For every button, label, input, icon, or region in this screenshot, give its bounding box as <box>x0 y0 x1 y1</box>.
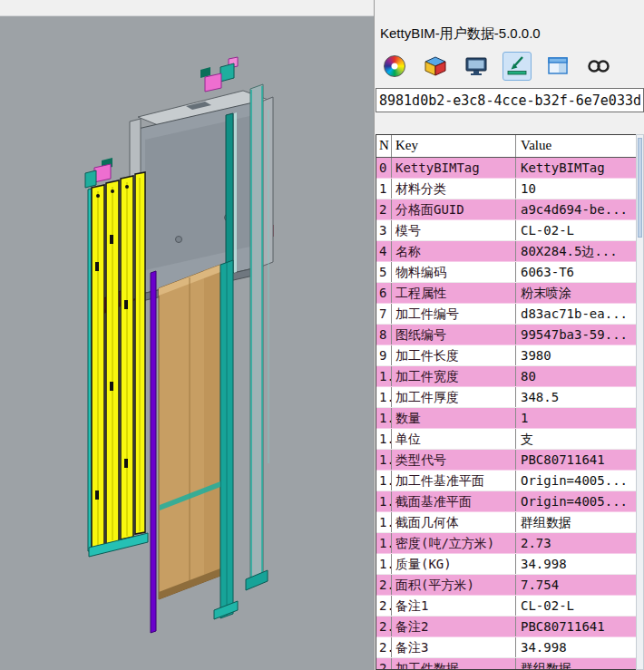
row-index: 9 <box>376 345 392 365</box>
row-value: CL-02-L <box>516 220 636 240</box>
row-index: 1 <box>376 179 392 199</box>
model-cube-button[interactable] <box>421 52 450 81</box>
row-index: 1. <box>376 471 392 490</box>
row-index: 2. <box>376 658 392 670</box>
toolbar <box>380 50 644 83</box>
row-key: 材料分类 <box>392 179 516 199</box>
table-row[interactable]: 1. 加工件基准平面 Origin=4005... <box>376 471 636 491</box>
row-value: 99547ba3-59... <box>516 325 636 345</box>
table-row[interactable]: 2. 备注2 PBC80711641 <box>376 617 636 637</box>
window-button[interactable] <box>543 52 572 81</box>
row-key: 面积(平方米) <box>392 575 516 595</box>
row-value: 群组数据 <box>516 512 636 532</box>
color-wheel-button[interactable] <box>380 52 409 81</box>
color-wheel-icon <box>384 55 405 77</box>
row-index: 1. <box>376 408 392 428</box>
table-row[interactable]: 2. 加工件数据 群组数据 <box>376 658 636 670</box>
table-body: 0 KettyBIMTag KettyBIMTag 1 材料分类 10 2 分格… <box>376 158 636 670</box>
row-key: 工程属性 <box>392 283 516 303</box>
binoculars-button[interactable] <box>584 52 613 81</box>
row-key: 加工件基准平面 <box>392 471 516 490</box>
row-index: 2. <box>376 596 392 616</box>
table-row[interactable]: 2. 备注3 34.998 <box>376 637 636 658</box>
table-row[interactable]: 3 模号 CL-02-L <box>376 220 636 241</box>
table-row[interactable]: 1. 截面基准平面 Origin=4005... <box>376 491 636 512</box>
header-key: Key <box>392 135 516 157</box>
row-key: 分格面GUID <box>392 199 516 219</box>
row-key: 加工件宽度 <box>392 366 516 386</box>
row-value: 3980 <box>516 345 636 365</box>
table-scrollbar[interactable] <box>636 134 644 670</box>
row-index: 0 <box>376 158 392 178</box>
row-key: 截面几何体 <box>392 512 516 532</box>
row-value: 6063-T6 <box>516 262 636 282</box>
table-row[interactable]: 1. 质量(KG) 34.998 <box>376 554 636 575</box>
row-value: 10 <box>516 179 636 199</box>
row-value: 支 <box>516 429 636 449</box>
table-row[interactable]: 1 材料分类 10 <box>376 179 636 199</box>
row-key: 名称 <box>392 241 516 261</box>
row-value: 34.998 <box>516 637 636 657</box>
right-top-connectors <box>200 57 238 92</box>
binoculars-icon <box>587 54 610 78</box>
table-row[interactable]: 1. 单位 支 <box>376 429 636 450</box>
guid-input[interactable] <box>376 88 644 112</box>
scrollbar-thumb[interactable] <box>638 138 642 238</box>
row-index: 4 <box>376 241 392 261</box>
row-value: a9c4d694-be... <box>516 199 636 219</box>
row-index: 2. <box>376 637 392 657</box>
table-row[interactable]: 6 工程属性 粉末喷涂 <box>376 283 636 304</box>
yellow-mullions <box>88 172 148 557</box>
row-index: 8 <box>376 325 392 345</box>
row-key: 数量 <box>392 408 516 428</box>
row-value: 80X284.5边... <box>516 241 636 261</box>
teal-mullion-front <box>226 112 237 275</box>
row-key: 加工件长度 <box>392 345 516 365</box>
row-value: 1 <box>516 408 636 428</box>
row-index: 5 <box>376 262 392 282</box>
table-header: N Key Value <box>376 135 636 158</box>
table-row[interactable]: 1. 加工件宽度 80 <box>376 366 636 387</box>
row-index: 1. <box>376 450 392 470</box>
header-value: Value <box>516 135 636 157</box>
table-row[interactable]: 0 KettyBIMTag KettyBIMTag <box>376 158 636 179</box>
row-index: 1. <box>376 554 392 574</box>
row-key: 备注3 <box>392 637 516 657</box>
curtain-wall-model <box>0 16 374 670</box>
row-key: 质量(KG) <box>392 554 516 574</box>
monitor-button[interactable] <box>462 52 491 81</box>
row-key: 备注1 <box>392 596 516 616</box>
table-row[interactable]: 1. 类型代号 PBC80711641 <box>376 450 636 471</box>
row-key: 密度(吨/立方米) <box>392 533 516 553</box>
row-value: KettyBIMTag <box>516 158 636 178</box>
row-value: 80 <box>516 366 636 386</box>
table-row[interactable]: 1. 密度(吨/立方米) 2.73 <box>376 533 636 554</box>
table-row[interactable]: 5 物料编码 6063-T6 <box>376 262 636 283</box>
table-row[interactable]: 1. 加工件厚度 348.5 <box>376 387 636 408</box>
table-row[interactable]: 2. 面积(平方米) 7.754 <box>376 575 636 596</box>
table-row[interactable]: 2 分格面GUID a9c4d694-be... <box>376 199 636 220</box>
row-index: 3 <box>376 220 392 240</box>
row-key: 截面基准平面 <box>392 491 516 511</box>
table-row[interactable]: 8 图纸编号 99547ba3-59... <box>376 325 636 345</box>
table-row[interactable]: 9 加工件长度 3980 <box>376 345 636 366</box>
row-value: 7.754 <box>516 575 636 595</box>
row-index: 2. <box>376 617 392 636</box>
row-value: 粉末喷涂 <box>516 283 636 303</box>
viewport-3d[interactable] <box>0 15 374 670</box>
row-value: CL-02-L <box>516 596 636 616</box>
row-key: 图纸编号 <box>392 325 516 345</box>
model-cube-icon <box>424 54 447 78</box>
row-value: PBC80711641 <box>516 450 636 470</box>
place-on-face-button[interactable] <box>503 52 532 81</box>
row-key: 单位 <box>392 429 516 449</box>
row-key: 加工件编号 <box>392 304 516 324</box>
table-row[interactable]: 7 加工件编号 d83ac71b-ea... <box>376 304 636 325</box>
row-index: 2. <box>376 575 392 595</box>
table-row[interactable]: 2. 备注1 CL-02-L <box>376 596 636 617</box>
table-row[interactable]: 1. 截面几何体 群组数据 <box>376 512 636 533</box>
table-row[interactable]: 4 名称 80X284.5边... <box>376 241 636 262</box>
window-icon <box>546 54 570 78</box>
row-key: 加工件数据 <box>392 658 516 670</box>
table-row[interactable]: 1. 数量 1 <box>376 408 636 429</box>
